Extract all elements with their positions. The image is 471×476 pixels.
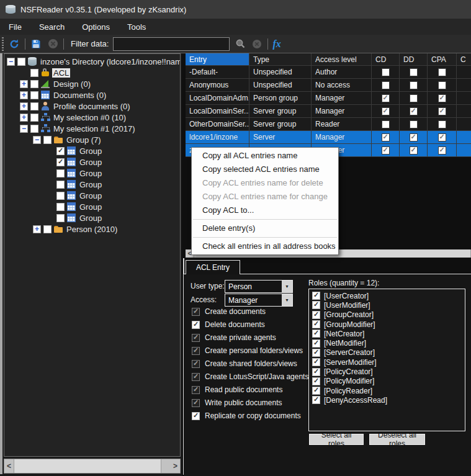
role-item[interactable]: [DenyAccessRead]: [312, 395, 465, 405]
tree-checkbox[interactable]: [17, 58, 25, 66]
role-checkbox[interactable]: [312, 358, 320, 366]
cpa-checkbox[interactable]: [438, 133, 446, 141]
toolbar-grip[interactable]: [2, 37, 4, 51]
tree-item-my-selection-1[interactable]: My selection #1 (2017): [4, 123, 180, 134]
column-header-entry[interactable]: Entry: [186, 53, 249, 65]
dropdown-arrow-icon[interactable]: [282, 294, 292, 306]
role-checkbox[interactable]: [312, 368, 320, 376]
tree-checkbox[interactable]: [56, 181, 65, 189]
table-row[interactable]: LocalDomainSer... Server group Manager: [186, 105, 471, 118]
role-checkbox[interactable]: [312, 301, 320, 309]
role-item[interactable]: [ServerCreator]: [312, 348, 465, 357]
role-item[interactable]: [PolicyModifier]: [312, 377, 465, 386]
table-row[interactable]: -Default- Unspecified Author: [186, 66, 471, 79]
role-item[interactable]: [ServerModifier]: [312, 357, 465, 367]
access-select[interactable]: Manager: [225, 294, 293, 307]
menu-search[interactable]: Search: [30, 19, 73, 35]
dd-checkbox[interactable]: [410, 146, 418, 155]
menu-tools[interactable]: Tools: [119, 19, 155, 35]
tree-checkbox[interactable]: [56, 203, 65, 211]
user-type-select[interactable]: Person: [225, 280, 293, 293]
tree-item-group[interactable]: Group: [4, 201, 180, 212]
tree-horizontal-scrollbar[interactable]: < >: [4, 459, 181, 474]
role-checkbox[interactable]: [312, 292, 320, 300]
cpa-checkbox[interactable]: [438, 146, 446, 155]
tab-acl-entry[interactable]: ACL Entry: [186, 260, 240, 274]
refresh-button[interactable]: [8, 38, 20, 50]
tree-checkbox[interactable]: [30, 114, 38, 122]
column-header-cpa[interactable]: CPA: [428, 53, 457, 65]
perm-checkbox[interactable]: [192, 321, 200, 329]
perm-checkbox[interactable]: [192, 412, 200, 420]
tree-vertical-scrollbar[interactable]: [0, 53, 2, 474]
tree-checkbox[interactable]: [30, 102, 38, 110]
expand-icon[interactable]: [20, 91, 28, 99]
role-item[interactable]: [UserModifier]: [312, 300, 465, 310]
role-checkbox[interactable]: [312, 311, 320, 319]
tree-item-group[interactable]: Group: [4, 179, 180, 190]
role-checkbox[interactable]: [312, 330, 320, 338]
tree-checkbox[interactable]: [43, 136, 52, 144]
dropdown-arrow-icon[interactable]: [282, 281, 292, 292]
role-item[interactable]: [GroupCreator]: [312, 310, 465, 320]
tree-checkbox[interactable]: [30, 80, 38, 88]
role-item[interactable]: [NetModifier]: [312, 338, 465, 348]
cd-checkbox[interactable]: [382, 146, 390, 155]
tree-item-group-folder[interactable]: Group (7): [4, 134, 180, 145]
tree-checkbox[interactable]: [30, 125, 38, 133]
role-checkbox[interactable]: [312, 349, 320, 357]
tree-item-design[interactable]: Design (0): [4, 78, 180, 89]
table-row[interactable]: OtherDomainSer... Server group Reader: [186, 118, 471, 131]
role-item[interactable]: [GroupModifier]: [312, 320, 465, 329]
column-header-type[interactable]: Type: [249, 53, 312, 65]
dd-checkbox[interactable]: [410, 120, 418, 128]
role-item[interactable]: [PolicyCreator]: [312, 367, 465, 376]
role-checkbox[interactable]: [312, 396, 320, 404]
tree-item-profile-documents[interactable]: Profile documents (0): [4, 101, 180, 112]
cd-checkbox[interactable]: [382, 68, 390, 76]
menu-options[interactable]: Options: [73, 19, 119, 35]
cpa-checkbox[interactable]: [438, 120, 446, 128]
tree-checkbox[interactable]: [43, 225, 52, 233]
role-item[interactable]: [PolicyReader]: [312, 386, 465, 395]
menu-item-check-all-entries[interactable]: Check all entries in all address books: [192, 240, 338, 253]
menu-file[interactable]: File: [0, 19, 30, 35]
deselect-all-roles-button[interactable]: Deselect all roles: [369, 434, 425, 445]
cpa-checkbox[interactable]: [438, 107, 446, 115]
scrollbar-thumb[interactable]: [14, 459, 161, 473]
role-checkbox[interactable]: [312, 377, 320, 385]
column-header-c[interactable]: C: [457, 53, 471, 65]
table-row[interactable]: LocalDomainAdm... Person group Manager: [186, 92, 471, 105]
collapse-icon[interactable]: [20, 125, 28, 133]
role-checkbox[interactable]: [312, 387, 320, 395]
cpa-checkbox[interactable]: [438, 68, 446, 76]
cd-checkbox[interactable]: [382, 81, 390, 89]
tree-item-my-selection-0[interactable]: My selection #0 (10): [4, 112, 180, 123]
expand-icon[interactable]: [20, 114, 28, 122]
cpa-checkbox[interactable]: [438, 81, 446, 89]
menu-item-copy-selected[interactable]: Copy selected ACL entries name: [192, 163, 338, 176]
filter-input[interactable]: [113, 37, 230, 51]
save-button[interactable]: [30, 38, 42, 50]
select-all-roles-button[interactable]: Select all roles: [309, 434, 364, 445]
dd-checkbox[interactable]: [410, 94, 418, 102]
tree-item-group[interactable]: Group: [4, 168, 180, 179]
tree-checkbox[interactable]: [56, 158, 65, 166]
menu-item-copy-all[interactable]: Copy all ACL entries name: [192, 149, 338, 163]
tree-checkbox[interactable]: [56, 214, 65, 222]
tree-checkbox[interactable]: [30, 91, 38, 99]
scroll-left-icon[interactable]: <: [4, 459, 14, 473]
role-item[interactable]: [UserCreator]: [312, 291, 465, 300]
expand-icon[interactable]: [20, 102, 28, 110]
column-header-cd[interactable]: CD: [372, 53, 400, 65]
column-header-access-level[interactable]: Access level: [312, 53, 372, 65]
fx-button[interactable]: fx: [272, 38, 280, 50]
dd-checkbox[interactable]: [410, 107, 418, 115]
tree-item-group[interactable]: Group: [4, 156, 180, 168]
cd-checkbox[interactable]: [382, 133, 390, 141]
dd-checkbox[interactable]: [410, 133, 418, 141]
tree-checkbox[interactable]: [56, 147, 65, 155]
cd-checkbox[interactable]: [382, 94, 390, 102]
role-checkbox[interactable]: [312, 339, 320, 348]
tree-item-acl[interactable]: ACL: [4, 67, 180, 78]
